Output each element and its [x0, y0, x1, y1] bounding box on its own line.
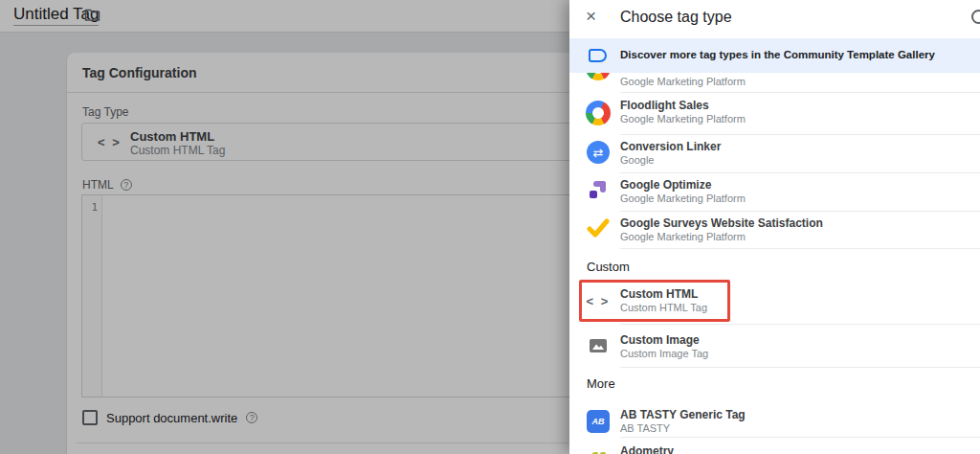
item-subtitle: Google Marketing Platform [620, 113, 746, 125]
optimize-icon [586, 177, 611, 202]
template-gallery-icon [589, 49, 607, 62]
item-subtitle: Google Marketing Platform [620, 231, 746, 242]
tag-type-item-google-optimize[interactable]: Google Optimize Google Marketing Platfor… [569, 171, 980, 211]
checkmark-icon [586, 216, 611, 240]
choose-tag-type-panel: × Choose tag type Google Marketing Platf… [569, 0, 980, 454]
tag-type-item-google-surveys[interactable]: Google Surveys Website Satisfaction Goog… [569, 210, 980, 248]
search-icon[interactable] [971, 10, 980, 24]
item-title: Custom HTML [620, 287, 698, 301]
tag-type-item-conversion-linker[interactable]: ⇄ Conversion Linker Google [569, 133, 980, 172]
item-subtitle: Custom HTML Tag [620, 302, 707, 313]
panel-header: × Choose tag type [569, 0, 980, 38]
code-icon: < > [586, 288, 611, 313]
adometry-icon [586, 443, 611, 454]
image-icon [586, 333, 611, 358]
item-title: Floodlight Sales [620, 99, 709, 112]
tag-type-item-ab-tasty[interactable]: AB AB TASTY Generic Tag AB TASTY [569, 401, 980, 437]
tag-type-item-custom-html[interactable]: < > Custom HTML Custom HTML Tag [569, 281, 980, 323]
ab-tasty-icon: AB [586, 409, 611, 434]
item-title: Adometry [620, 444, 674, 454]
divider [620, 248, 980, 249]
item-subtitle: Custom Image Tag [620, 348, 708, 359]
item-title: Conversion Linker [620, 140, 721, 153]
link-swap-icon: ⇄ [586, 140, 611, 165]
section-header-more: More [587, 376, 615, 391]
floodlight-icon [586, 101, 611, 125]
item-title: Google Optimize [620, 178, 711, 192]
tag-type-item-adometry[interactable]: Adometry [569, 438, 980, 454]
section-header-custom: Custom [587, 260, 630, 274]
modal-backdrop[interactable] [0, 0, 569, 454]
item-subtitle: Google Marketing Platform [620, 193, 746, 204]
tag-type-item-custom-image[interactable]: Custom Image Custom Image Tag [569, 327, 980, 369]
item-title: Google Surveys Website Satisfaction [620, 216, 823, 230]
divider [620, 324, 980, 325]
item-subtitle: Google Marketing Platform [620, 76, 746, 87]
panel-title: Choose tag type [620, 9, 732, 26]
item-title: Custom Image [620, 333, 700, 347]
close-icon[interactable]: × [586, 7, 596, 25]
tag-type-item-floodlight-sales[interactable]: Floodlight Sales Google Marketing Platfo… [569, 92, 980, 134]
item-subtitle: AB TASTY [620, 422, 670, 434]
banner-text: Discover more tag types in the Community… [620, 49, 935, 60]
community-gallery-banner[interactable]: Discover more tag types in the Community… [569, 38, 980, 73]
item-title: AB TASTY Generic Tag [620, 408, 746, 421]
tag-editor-page: Untitled Tag Tag Configuration Tag Type … [0, 0, 569, 454]
gtm-screen: Untitled Tag Tag Configuration Tag Type … [0, 0, 980, 454]
item-subtitle: Google [620, 154, 654, 166]
